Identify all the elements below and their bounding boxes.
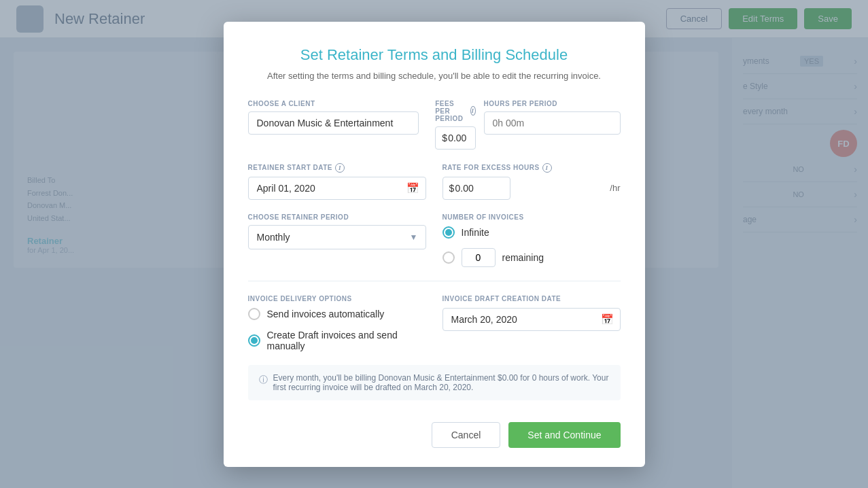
- summary-text-block: ⓘ Every month, you'll be billing Donovan…: [248, 365, 621, 400]
- invoices-col: NUMBER OF INVOICES Infinite remaining: [442, 213, 621, 267]
- modal-footer: Cancel Set and Continue: [248, 417, 621, 448]
- hours-group: HOURS PER PERIOD: [484, 100, 621, 150]
- modal-subtitle: After setting the terms and billing sche…: [248, 71, 621, 81]
- start-date-group: RETAINER START DATE i 📅: [248, 163, 426, 200]
- remaining-input[interactable]: [462, 248, 496, 267]
- client-label: CHOOSE A CLIENT: [248, 100, 419, 107]
- rate-group: RATE FOR EXCESS HOURS i $ /hr: [442, 163, 621, 200]
- draft-date-input-wrapper: 📅: [442, 308, 621, 331]
- delivery-label: INVOICE DELIVERY OPTIONS: [248, 295, 426, 302]
- infinite-radio-item: Infinite: [442, 226, 621, 239]
- draft-date-calendar-icon[interactable]: 📅: [601, 313, 614, 326]
- fees-hours-col: FEES PER PERIOD i $ HOURS PER PERIOD: [435, 100, 620, 150]
- draft-date-col: INVOICE DRAFT CREATION DATE 📅: [442, 295, 621, 351]
- auto-send-radio-btn[interactable]: [248, 308, 260, 320]
- client-col: CHOOSE A CLIENT: [248, 100, 419, 150]
- remaining-label: remaining: [502, 252, 544, 263]
- fees-info-icon: i: [470, 106, 476, 116]
- infinite-radio-btn[interactable]: [442, 226, 455, 239]
- set-continue-button[interactable]: Set and Continue: [508, 422, 620, 448]
- draft-send-radio-item: Create Draft invoices and send manually: [248, 330, 426, 351]
- auto-send-radio-item: Send invoices automatically: [248, 308, 426, 320]
- client-input[interactable]: [248, 111, 419, 135]
- draft-send-radio-btn[interactable]: [248, 334, 260, 347]
- start-date-label: RETAINER START DATE i: [248, 163, 426, 173]
- fees-input[interactable]: [435, 126, 475, 150]
- remaining-radio-item: remaining: [442, 248, 621, 267]
- draft-date-input[interactable]: [442, 308, 621, 331]
- infinite-label: Infinite: [462, 227, 489, 238]
- hours-label: HOURS PER PERIOD: [484, 100, 621, 107]
- fees-label: FEES PER PERIOD i: [435, 100, 475, 122]
- draft-send-label: Create Draft invoices and send manually: [267, 330, 426, 351]
- invoices-label: NUMBER OF INVOICES: [442, 213, 621, 221]
- modal-title: Set Retainer Terms and Billing Schedule: [248, 46, 621, 64]
- period-select[interactable]: Monthly Weekly Bi-weekly Quarterly: [248, 225, 426, 249]
- modal: Set Retainer Terms and Billing Schedule …: [224, 22, 645, 467]
- rate-currency-wrapper: $: [442, 177, 608, 200]
- start-date-info-icon: i: [335, 163, 345, 173]
- modal-cancel-button[interactable]: Cancel: [432, 422, 501, 448]
- rate-input-wrapper: $ /hr: [442, 177, 621, 200]
- rate-info-icon: i: [542, 163, 552, 173]
- period-label: CHOOSE RETAINER PERIOD: [248, 213, 426, 221]
- fees-group: FEES PER PERIOD i $: [435, 100, 475, 150]
- summary-info-icon: ⓘ: [259, 374, 268, 386]
- fees-input-wrapper: $: [435, 126, 475, 150]
- invoices-radio-group: Infinite remaining: [442, 226, 621, 267]
- period-col: CHOOSE RETAINER PERIOD Monthly Weekly Bi…: [248, 213, 426, 267]
- start-date-col: RETAINER START DATE i 📅: [248, 163, 426, 200]
- period-select-wrapper: Monthly Weekly Bi-weekly Quarterly ▼: [248, 225, 426, 249]
- delivery-col: INVOICE DELIVERY OPTIONS Send invoices a…: [248, 295, 426, 351]
- start-date-input[interactable]: [248, 177, 426, 200]
- per-hr-label: /hr: [610, 183, 620, 193]
- hours-input[interactable]: [484, 111, 621, 135]
- remaining-radio-btn[interactable]: [442, 251, 455, 264]
- summary-text: Every month, you'll be billing Donovan M…: [273, 373, 610, 392]
- rate-label: RATE FOR EXCESS HOURS i: [442, 163, 621, 173]
- modal-overlay: Set Retainer Terms and Billing Schedule …: [0, 0, 868, 488]
- form-row-2: RETAINER START DATE i 📅 RATE FOR EXCESS …: [248, 163, 621, 200]
- delivery-options: Send invoices automatically Create Draft…: [248, 308, 426, 351]
- client-group: CHOOSE A CLIENT: [248, 100, 419, 135]
- period-group: CHOOSE RETAINER PERIOD Monthly Weekly Bi…: [248, 213, 426, 249]
- rate-col: RATE FOR EXCESS HOURS i $ /hr: [442, 163, 621, 200]
- invoices-group: NUMBER OF INVOICES Infinite remaining: [442, 213, 621, 267]
- auto-send-label: Send invoices automatically: [267, 309, 385, 319]
- start-date-calendar-icon[interactable]: 📅: [406, 182, 419, 194]
- start-date-input-wrapper: 📅: [248, 177, 426, 200]
- form-row-1: CHOOSE A CLIENT FEES PER PERIOD i $: [248, 100, 621, 150]
- form-row-3: CHOOSE RETAINER PERIOD Monthly Weekly Bi…: [248, 213, 621, 267]
- divider: [248, 281, 621, 281]
- draft-date-label: INVOICE DRAFT CREATION DATE: [442, 295, 621, 302]
- delivery-section: INVOICE DELIVERY OPTIONS Send invoices a…: [248, 295, 621, 351]
